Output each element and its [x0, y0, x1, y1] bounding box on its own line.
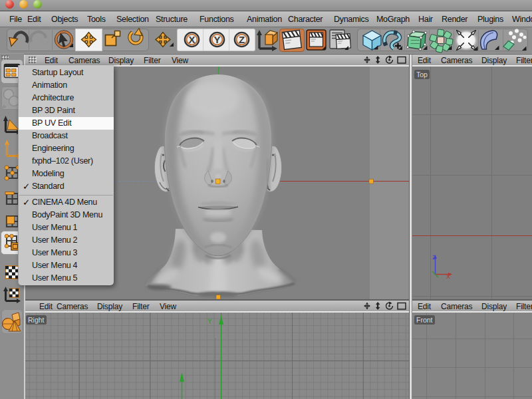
- svg-text:Z: Z: [239, 34, 245, 45]
- svg-text:Y: Y: [207, 318, 212, 325]
- svg-text:Y: Y: [213, 34, 220, 45]
- svg-text:X: X: [188, 34, 195, 45]
- svg-text:Z: Z: [432, 254, 436, 261]
- svg-text:X: X: [446, 273, 450, 280]
